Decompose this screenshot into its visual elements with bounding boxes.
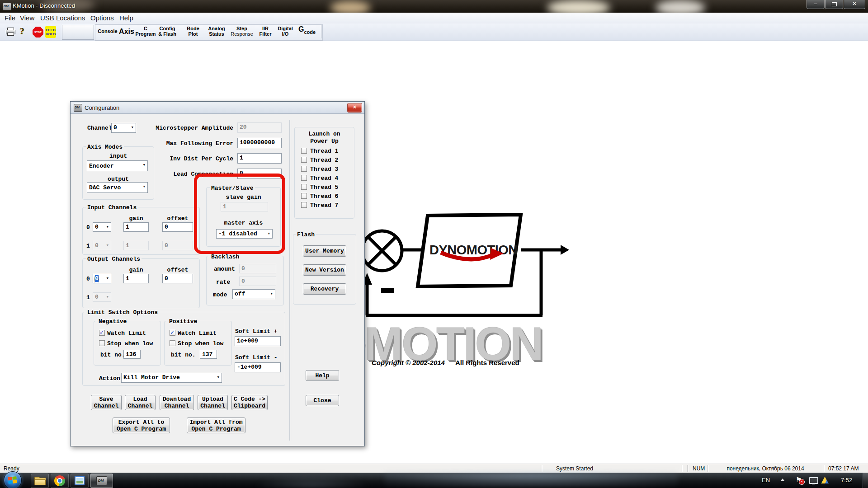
input-ch0-offset-field[interactable]: 0 [162,222,193,232]
maximize-button[interactable] [825,0,843,9]
max-following-field[interactable]: 1000000000 [237,138,282,148]
negative-bit-field[interactable]: 136 [123,350,141,359]
taskbar-reflection [253,473,371,488]
feed-hold-icon[interactable]: FEED HOLD [45,26,56,38]
thread-1-checkbox[interactable] [301,148,307,154]
show-desktop-button[interactable] [863,473,868,488]
user-memory-button[interactable]: User Memory [303,245,346,257]
backlash-mode-dropdown[interactable]: off [232,289,275,299]
toolbar-digital-io-button[interactable]: Digital I/O [275,23,295,39]
help-button[interactable]: Help [306,370,339,381]
output-label: output [82,176,154,183]
toolbar-blank-button[interactable] [62,25,94,40]
toolbar: ? STOP FEED HOLD Console Axis C Program … [0,23,868,41]
menu-view[interactable]: View [20,14,34,22]
close-button[interactable]: ✕ [844,0,865,9]
row-index: 1 [86,243,90,249]
toolbar-axis-button[interactable]: Axis [118,23,135,39]
taskbar-explorer-button[interactable] [31,474,49,488]
thread-4-checkbox[interactable] [301,175,307,181]
help-icon[interactable]: ? [20,26,24,36]
thread-7-checkbox[interactable] [301,202,307,208]
output-ch0-offset-field[interactable]: 0 [162,274,193,283]
taskbar-photo-viewer-button[interactable] [71,474,89,488]
stop-icon[interactable]: STOP [33,27,43,38]
action-dropdown[interactable]: Kill Motor Drive [121,373,222,383]
input-ch1-dropdown: 0 [93,241,111,250]
output-mode-dropdown[interactable]: DAC Servo [87,182,148,193]
toolbar-bode-plot-button[interactable]: Bode Plot [183,23,203,39]
positive-stop-when-low-checkbox[interactable] [170,340,175,346]
backlash-title: Backlash [210,253,241,260]
microstepper-label: Microstepper Amplitude [125,125,233,131]
menu-help[interactable]: Help [119,14,133,22]
import-all-button[interactable]: Import All fromOpen C Program [187,418,245,433]
output-ch0-dropdown[interactable]: 0 [93,274,111,283]
toolbar-step-response-button[interactable]: Step Response [228,23,255,39]
toolbar-c-program-button[interactable]: C Program [135,23,156,39]
thread-5-checkbox[interactable] [301,184,307,190]
upload-channel-button[interactable]: UploadChannel [198,395,228,410]
recovery-button[interactable]: Recovery [303,283,346,295]
network-icon[interactable] [809,477,818,484]
launch-title-line2: Power Up [294,138,354,145]
export-all-button[interactable]: Export All toOpen C Program [113,418,170,433]
menu-file[interactable]: File [5,14,15,22]
download-channel-button[interactable]: DownloadChannel [160,395,194,410]
language-indicator[interactable]: EN [762,477,770,483]
new-version-button[interactable]: New Version [303,264,346,276]
action-label: Action [99,375,120,382]
c-code-clipboard-button[interactable]: C Code ->Clipboard [231,395,268,410]
output-channels-title: Output Channels [86,256,142,263]
inv-dist-field[interactable]: 1 [237,153,282,164]
rights-text: All Rights Reserved [455,359,519,366]
maximize-icon [832,2,837,6]
google-drive-icon[interactable] [821,477,829,483]
toolbar-separator [321,25,321,38]
dialog-close-button[interactable]: × [347,103,362,113]
minimize-button[interactable]: – [807,0,825,9]
load-channel-button[interactable]: LoadChannel [125,395,156,410]
dialog-titlebar[interactable]: Configuration [71,102,364,114]
soft-limit-minus-field[interactable]: -1e+009 [235,362,281,372]
status-separator [541,465,542,472]
negative-stop-when-low-checkbox[interactable] [99,340,105,346]
thread-3-label: Thread 3 [310,166,338,173]
output-ch0-gain-field[interactable]: 1 [123,274,149,283]
action-center-flag-icon[interactable]: ⚑× [796,476,802,484]
toolbar-console-button[interactable]: Console [96,23,119,39]
toolbar-iir-filter-button[interactable]: IIR Filter [255,23,275,39]
toolbar-config-flash-button[interactable]: Config & Flash [156,23,178,39]
status-ready: Ready [4,465,19,472]
input-ch0-dropdown[interactable]: 0 [93,222,111,232]
taskbar-kmotion-button[interactable] [90,474,113,488]
channel-label: Channel [87,125,112,131]
input-mode-dropdown[interactable]: Encoder [87,160,148,171]
tray-expand-icon[interactable] [780,479,785,481]
input-ch0-gain-field[interactable]: 1 [123,222,149,232]
negative-watch-limit-checkbox[interactable] [99,330,105,336]
menu-options[interactable]: Options [90,14,114,22]
status-date: понедельник, Октябрь 06 2014 [709,465,822,472]
rate-label: rate [216,279,230,286]
toolbar-gcode-button[interactable]: G code [295,23,319,39]
max-following-label: Max Following Error [125,140,233,147]
gain-header: gain [123,267,149,273]
thread-2-checkbox[interactable] [301,157,307,163]
thread-6-checkbox[interactable] [301,193,307,199]
taskbar-chrome-button[interactable] [51,474,69,488]
chrome-icon [54,475,65,486]
dialog-close-bottom-button[interactable]: Close [306,395,339,406]
thread-6-label: Thread 6 [310,193,338,200]
print-icon[interactable] [6,28,15,35]
taskbar-clock[interactable]: 7:52 [841,477,852,483]
soft-limit-plus-field[interactable]: 1e+009 [235,336,281,346]
positive-bit-field[interactable]: 137 [200,350,217,359]
start-button[interactable] [4,471,22,488]
thread-3-checkbox[interactable] [301,166,307,172]
save-channel-button[interactable]: SaveChannel [91,395,122,410]
positive-watch-limit-checkbox[interactable] [170,330,175,336]
amount-label: amount [214,266,235,272]
menu-usb-locations[interactable]: USB Locations [40,14,85,22]
toolbar-analog-status-button[interactable]: Analog Status [205,23,228,39]
